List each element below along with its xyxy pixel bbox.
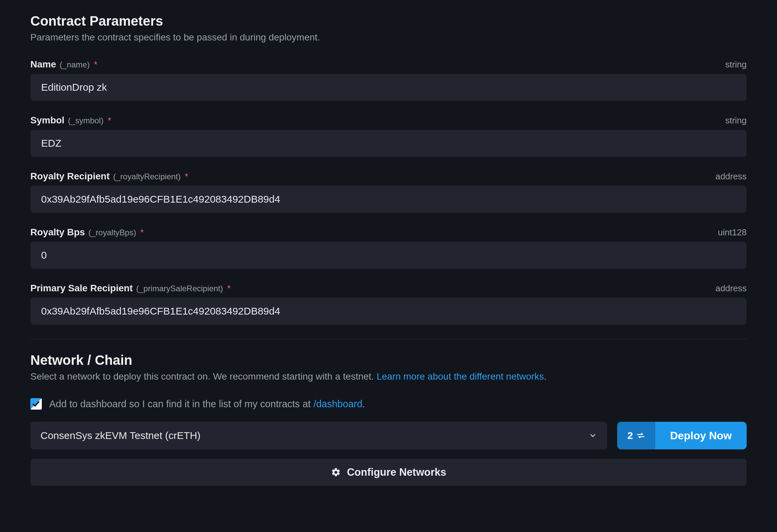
field-param: (_royaltyBps) <box>88 228 136 237</box>
field-label: Royalty Recipient <box>30 171 110 181</box>
required-marker: * <box>94 59 97 69</box>
required-marker: * <box>185 171 188 181</box>
tx-queue-badge[interactable]: 2 <box>617 422 655 449</box>
field-label: Symbol <box>30 115 64 125</box>
network-desc-post: . <box>544 371 547 382</box>
add-to-dashboard-checkbox[interactable] <box>30 398 42 410</box>
royalty-bps-input[interactable] <box>30 242 747 269</box>
add-to-dashboard-row: Add to dashboard so I can find it in the… <box>30 398 747 410</box>
field-primary-sale-recipient: Primary Sale Recipient (_primarySaleReci… <box>30 283 747 325</box>
field-header: Royalty Bps (_royaltyBps) * uint128 <box>30 227 747 238</box>
network-description: Select a network to deploy this contract… <box>30 371 747 382</box>
deploy-now-button[interactable]: Deploy Now <box>655 422 747 449</box>
required-marker: * <box>140 227 144 237</box>
required-marker: * <box>108 115 111 125</box>
contract-params-description: Parameters the contract specifies to be … <box>30 32 747 43</box>
add-to-dashboard-label: Add to dashboard so I can find it in the… <box>49 398 365 410</box>
deploy-form: Contract Parameters Parameters the contr… <box>0 0 777 532</box>
section-divider <box>30 339 747 339</box>
deploy-group: 2 Deploy Now <box>617 422 747 449</box>
field-label: Name <box>30 59 56 69</box>
check-icon <box>32 400 40 408</box>
field-type: string <box>725 115 747 126</box>
field-royalty-bps: Royalty Bps (_royaltyBps) * uint128 <box>30 227 747 269</box>
add-to-dashboard-text-pre: Add to dashboard so I can find it in the… <box>49 398 313 409</box>
swap-icon <box>636 431 645 440</box>
field-param: (_symbol) <box>68 116 104 125</box>
field-type: address <box>716 171 747 182</box>
add-to-dashboard-text-post: . <box>363 398 365 409</box>
field-label: Primary Sale Recipient <box>30 283 133 293</box>
required-marker: * <box>227 283 231 293</box>
field-header: Royalty Recipient (_royaltyRecipient) * … <box>30 171 747 182</box>
field-type: address <box>716 283 747 294</box>
dashboard-link[interactable]: /dashboard <box>313 398 362 409</box>
royalty-recipient-input[interactable] <box>30 186 747 213</box>
field-header: Name (_name) * string <box>30 59 747 70</box>
primary-sale-recipient-input[interactable] <box>30 298 747 325</box>
field-header: Primary Sale Recipient (_primarySaleReci… <box>30 283 747 294</box>
symbol-input[interactable] <box>30 130 747 157</box>
field-label: Royalty Bps <box>30 227 85 237</box>
configure-networks-button[interactable]: Configure Networks <box>30 459 747 486</box>
chevron-down-icon <box>589 432 597 440</box>
name-input[interactable] <box>30 74 747 101</box>
field-param: (_royaltyRecipient) <box>113 172 180 181</box>
network-title: Network / Chain <box>30 353 747 368</box>
field-label-group: Royalty Recipient (_royaltyRecipient) * <box>30 171 188 182</box>
network-select-value: ConsenSys zkEVM Testnet (crETH) <box>40 430 201 441</box>
field-type: uint128 <box>718 227 747 238</box>
field-label-group: Royalty Bps (_royaltyBps) * <box>30 227 144 238</box>
configure-networks-label: Configure Networks <box>347 466 447 478</box>
learn-more-link[interactable]: Learn more about the different networks <box>377 371 544 382</box>
field-header: Symbol (_symbol) * string <box>30 115 747 126</box>
field-symbol: Symbol (_symbol) * string <box>30 115 747 157</box>
field-royalty-recipient: Royalty Recipient (_royaltyRecipient) * … <box>30 171 747 213</box>
network-select[interactable]: ConsenSys zkEVM Testnet (crETH) <box>30 422 607 449</box>
field-label-group: Name (_name) * <box>30 59 97 70</box>
gear-icon <box>331 467 341 477</box>
action-row: ConsenSys zkEVM Testnet (crETH) 2 Deploy… <box>30 422 747 449</box>
field-param: (_primarySaleRecipient) <box>136 284 223 293</box>
tx-queue-count: 2 <box>627 430 633 441</box>
field-param: (_name) <box>60 60 90 69</box>
field-label-group: Primary Sale Recipient (_primarySaleReci… <box>30 283 231 294</box>
field-label-group: Symbol (_symbol) * <box>30 115 111 126</box>
field-type: string <box>725 59 747 70</box>
field-name: Name (_name) * string <box>30 59 747 101</box>
network-desc-text: Select a network to deploy this contract… <box>30 371 377 382</box>
contract-params-title: Contract Parameters <box>30 13 747 29</box>
